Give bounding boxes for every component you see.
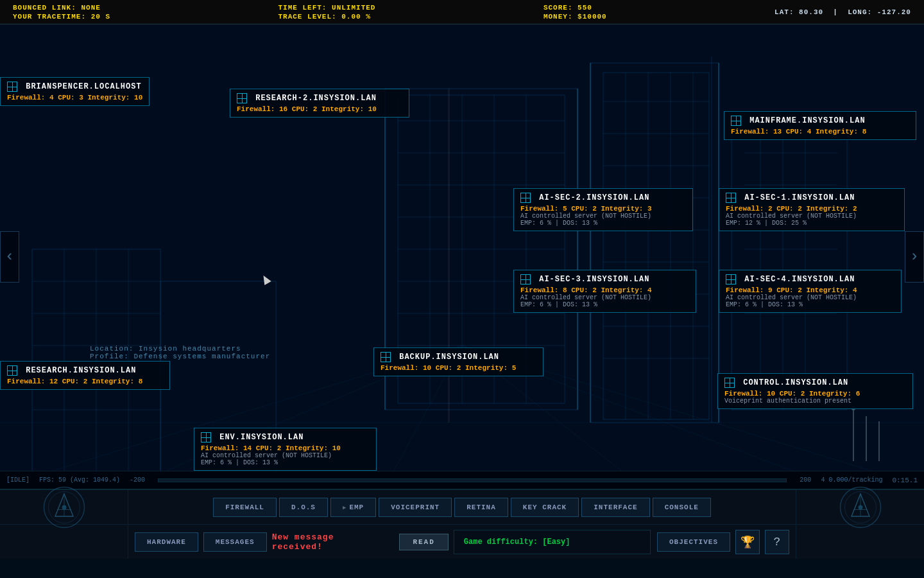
node-title: CONTROL.INSYSION.LAN <box>724 378 906 388</box>
game-status-area: Game difficulty: [Easy] <box>454 530 651 554</box>
reticle-icon <box>381 352 391 362</box>
score-value: 550 <box>578 4 592 12</box>
fps-bar: [IDLE] FPS: 59 (Avg: 1049.4) -200 200 4 … <box>0 471 924 489</box>
bounced-link-stat: BOUNCED LINK: NONE <box>13 4 110 12</box>
node-aisec3[interactable]: AI-SEC-3.INSYSION.LAN Firewall: 8 CPU: 2… <box>513 270 696 313</box>
node-stats: Firewall: 13 CPU: 4 Integrity: 8 <box>731 128 909 136</box>
long-value: -127.20 <box>877 8 911 16</box>
node-env[interactable]: ENV.INSYSION.LAN Firewall: 14 CPU: 2 Int… <box>194 428 377 471</box>
messages-button[interactable]: MESSAGES <box>203 532 267 552</box>
score-section: SCORE: 550 MONEY: $10000 <box>543 4 607 21</box>
location-info: Location: Insysion headquarters Profile:… <box>90 345 270 360</box>
node-control[interactable]: CONTROL.INSYSION.LAN Firewall: 10 CPU: 2… <box>717 373 913 409</box>
money-stat: MONEY: $10000 <box>543 13 607 21</box>
hardware-button[interactable]: HARDWARE <box>135 532 198 552</box>
range-max: 200 <box>800 477 811 484</box>
message-notification-area: New message received! READ <box>272 532 449 552</box>
voiceprint-button[interactable]: VOICEPRINT <box>379 498 452 517</box>
node-research[interactable]: RESEARCH.INSYSION.LAN Firewall: 12 CPU: … <box>0 361 170 390</box>
controls-area: FIREWALL D.O.S ▶EMP VOICEPRINT RETINA KE… <box>0 489 924 559</box>
node-research2[interactable]: RESEARCH-2.INSYSION.LAN Firewall: 16 CPU… <box>230 89 409 118</box>
top-status-bar: BOUNCED LINK: NONE YOUR TRACETIME: 20 S … <box>0 0 924 24</box>
location-line2: Profile: Defense systems manufacturer <box>90 353 270 360</box>
node-title: AI-SEC-3.INSYSION.LAN <box>520 274 689 285</box>
controls-bottom-main: HARDWARE MESSAGES New message received! … <box>128 530 657 554</box>
node-emp: EMP: 6 % | DOS: 13 % <box>726 301 894 308</box>
trophy-button[interactable]: 🏆 <box>735 530 760 554</box>
node-title: BRIANSPENCER.LOCALHOST <box>7 82 142 92</box>
trace-level-label: TRACE LEVEL: <box>278 13 336 21</box>
tracetime-value: 20 S <box>91 13 110 21</box>
node-desc: AI controlled server (NOT HOSTILE) <box>520 213 686 220</box>
tracetime-stat: YOUR TRACETIME: 20 S <box>13 13 110 21</box>
time-left-stat: TIME LEFT: UNLIMITED <box>278 4 375 12</box>
money-value: $10000 <box>578 13 607 21</box>
node-brianspencer[interactable]: BRIANSPENCER.LOCALHOST Firewall: 4 CPU: … <box>0 77 150 106</box>
node-stats: Firewall: 2 CPU: 2 Integrity: 2 <box>726 205 898 213</box>
new-message-text: New message received! <box>272 532 390 552</box>
node-stats: Firewall: 5 CPU: 2 Integrity: 3 <box>520 205 686 213</box>
reticle-icon <box>7 365 17 376</box>
tracking-info: 4 0.000/tracking <box>821 477 882 484</box>
tool-buttons-row1: FIREWALL D.O.S ▶EMP VOICEPRINT RETINA KE… <box>128 498 796 517</box>
help-button[interactable]: ? <box>765 530 789 554</box>
lat-label: LAT: <box>774 8 794 16</box>
node-stats: Firewall: 16 CPU: 2 Integrity: 10 <box>237 105 402 113</box>
node-title: BACKUP.INSYSION.LAN <box>381 352 536 362</box>
console-button[interactable]: CONSOLE <box>653 498 711 517</box>
money-label: MONEY: <box>543 13 573 21</box>
node-backup[interactable]: BACKUP.INSYSION.LAN Firewall: 10 CPU: 2 … <box>373 347 543 376</box>
reticle-icon <box>520 193 531 203</box>
node-desc: AI controlled server (NOT HOSTILE) <box>201 452 370 459</box>
lat-value: 80.30 <box>799 8 823 16</box>
bounced-link-section: BOUNCED LINK: NONE YOUR TRACETIME: 20 S <box>13 4 110 21</box>
nav-arrow-right[interactable]: › <box>905 231 924 283</box>
logo-left-bottom <box>0 525 128 559</box>
coords-stat: LAT: 80.30 | LONG: -127.20 <box>774 8 911 16</box>
reticle-icon <box>201 432 211 442</box>
node-aisec1[interactable]: AI-SEC-1.INSYSION.LAN Firewall: 2 CPU: 2… <box>719 188 905 231</box>
emp-button[interactable]: ▶EMP <box>330 498 376 517</box>
bounced-link-label: BOUNCED LINK: <box>13 4 76 12</box>
interface-button[interactable]: INTERFACE <box>581 498 649 517</box>
fps-counter: FPS: 59 (Avg: 1049.4) <box>39 477 120 484</box>
controls-row2: HARDWARE MESSAGES New message received! … <box>0 525 924 559</box>
objectives-button[interactable]: OBJECTIVES <box>657 532 730 552</box>
trace-level-value: 0.00 % <box>341 13 371 21</box>
reticle-icon <box>726 274 736 285</box>
node-desc: AI controlled server (NOT HOSTILE) <box>726 294 894 301</box>
nav-arrow-left[interactable]: ‹ <box>0 231 19 283</box>
reticle-icon <box>237 93 247 103</box>
node-stats: Firewall: 9 CPU: 2 Integrity: 4 <box>726 286 894 294</box>
node-stats: Firewall: 8 CPU: 2 Integrity: 4 <box>520 286 689 294</box>
retina-button[interactable]: RETINA <box>454 498 508 517</box>
node-title: AI-SEC-2.INSYSION.LAN <box>520 193 686 203</box>
time-left-label: TIME LEFT: <box>278 4 327 12</box>
objectives-area: OBJECTIVES 🏆 ? <box>657 530 796 554</box>
node-stats: Firewall: 12 CPU: 2 Integrity: 8 <box>7 378 163 385</box>
tracetime-label: YOUR TRACETIME: <box>13 13 86 21</box>
dos-button[interactable]: D.O.S <box>279 498 328 517</box>
coords-section: LAT: 80.30 | LONG: -127.20 <box>774 8 911 16</box>
game-difficulty: Game difficulty: [Easy] <box>464 538 570 547</box>
game-area[interactable]: ‹ › Location: Insysion headquarters Prof… <box>0 24 924 489</box>
node-emp: EMP: 6 % | DOS: 13 % <box>520 301 689 308</box>
firewall-button[interactable]: FIREWALL <box>213 498 277 517</box>
location-line1: Location: Insysion headquarters <box>90 345 270 353</box>
logo-left-icon <box>42 485 87 530</box>
read-button[interactable]: READ <box>399 534 448 550</box>
svg-point-85 <box>858 505 862 509</box>
node-emp: EMP: 6 % | DOS: 13 % <box>201 459 370 466</box>
time-left-value: UNLIMITED <box>332 4 375 12</box>
node-mainframe[interactable]: MAINFRAME.INSYSION.LAN Firewall: 13 CPU:… <box>724 111 916 140</box>
keycrack-button[interactable]: KEY CRACK <box>511 498 579 517</box>
node-desc: AI controlled server (NOT HOSTILE) <box>726 213 898 220</box>
reticle-icon <box>731 116 741 126</box>
logo-right-area <box>796 490 924 524</box>
node-aisec4[interactable]: AI-SEC-4.INSYSION.LAN Firewall: 9 CPU: 2… <box>719 270 902 313</box>
logo-right-icon <box>838 485 883 530</box>
timer-display: 0:15.1 <box>892 477 918 484</box>
node-stats: Firewall: 10 CPU: 2 Integrity: 5 <box>381 364 536 372</box>
node-emp: EMP: 12 % | DOS: 25 % <box>726 220 898 227</box>
node-aisec2[interactable]: AI-SEC-2.INSYSION.LAN Firewall: 5 CPU: 2… <box>513 188 693 231</box>
